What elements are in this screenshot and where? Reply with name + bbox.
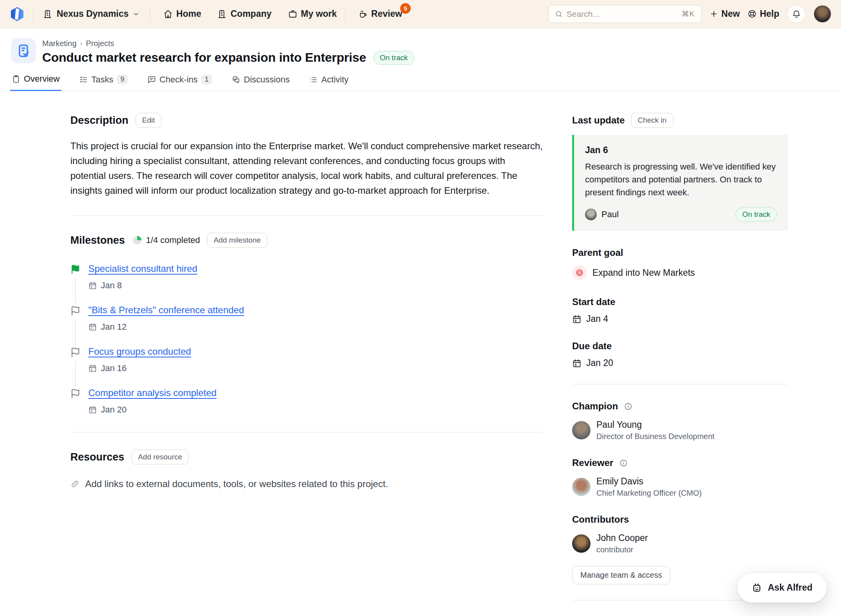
milestone-item: Specialist consultant hired Jan 8 [70,263,543,305]
main-nav: Home Company My work [163,9,337,19]
due-date-section: Due date Jan 20 [572,341,788,368]
tab-bar: Overview Tasks 9 Check-ins 1 Discussions… [0,73,841,91]
tab-count: 1 [201,75,212,84]
plus-icon [709,9,718,18]
last-update-card[interactable]: Jan 6 Research is progressing well. We'v… [572,135,788,231]
progress-pie-icon [132,235,142,245]
app-logo[interactable] [9,6,25,22]
milestone-item: "Bits & Pretzels" conference attended Ja… [70,305,543,346]
flag-pending-icon [70,306,81,316]
home-icon [163,9,173,19]
contributor-avatar [572,534,590,553]
project-document-check-icon [11,38,36,63]
nav-label: Review [371,9,402,19]
tab-tasks[interactable]: Tasks 9 [78,74,129,91]
user-avatar[interactable] [813,5,832,23]
info-icon[interactable] [619,459,628,467]
ask-alfred-button[interactable]: Ask Alfred [737,573,827,603]
update-author-name: Paul [601,209,619,220]
search-input[interactable] [567,9,678,19]
contributor-role: contributor [596,545,648,554]
update-text: Research is progressing well. We've iden… [585,160,777,199]
ask-alfred-label: Ask Alfred [768,582,812,593]
manage-team-button[interactable]: Manage team & access [572,566,670,584]
notifications-button[interactable] [787,5,805,23]
milestones-section: Milestones 1/4 completed Add milestone [70,233,543,415]
champion-person[interactable]: Paul Young Director of Business Developm… [572,420,788,441]
info-icon[interactable] [624,402,632,411]
reviewer-heading: Reviewer [572,457,613,468]
milestone-link[interactable]: Competitor analysis completed [88,387,217,398]
flag-pending-icon [70,347,81,357]
help-button[interactable]: Help [748,9,779,19]
champion-role: Director of Business Development [596,432,714,441]
milestone-link[interactable]: "Bits & Pretzels" conference attended [88,305,244,315]
tab-overview[interactable]: Overview [10,74,61,91]
nav-label: My work [301,9,337,19]
parent-goal-heading: Parent goal [572,247,788,258]
milestone-item: Focus groups conducted Jan 16 [70,346,543,387]
milestones-progress: 1/4 completed [132,235,200,245]
start-date-value-row[interactable]: Jan 4 [572,314,788,324]
last-update-heading: Last update [572,115,625,126]
tab-label: Discussions [244,75,290,85]
topbar-divider [150,7,150,21]
start-date-value: Jan 4 [586,314,608,324]
main-content: Description Edit This project is crucial… [70,113,543,600]
checklist-icon [79,75,88,84]
tab-check-ins[interactable]: Check-ins 1 [146,74,214,91]
add-resource-button[interactable]: Add resource [131,450,189,464]
milestones-heading: Milestones [70,234,125,246]
org-name: Nexus Dynamics [57,9,129,19]
milestone-link[interactable]: Specialist consultant hired [88,263,197,274]
breadcrumb: Marketing › Projects [42,38,415,48]
milestone-link[interactable]: Focus groups conducted [88,346,191,357]
nav-home[interactable]: Home [163,9,201,19]
nav-review[interactable]: Review 5 [358,9,402,19]
calendar-icon [88,364,97,373]
sidebar: Last update Check in Jan 6 Research is p… [572,113,788,600]
champion-avatar [572,421,590,439]
due-date-value-row[interactable]: Jan 20 [572,358,788,368]
nav-my-work[interactable]: My work [288,9,337,19]
help-label: Help [760,9,779,19]
tab-count: 9 [117,75,128,84]
target-icon [572,265,587,280]
calendar-icon [88,281,97,290]
activity-list-icon [309,75,318,84]
topbar-divider [33,7,33,21]
review-count-badge: 5 [400,3,411,14]
breadcrumb-marketing[interactable]: Marketing [42,39,77,48]
resources-heading: Resources [70,451,124,463]
contributor-person[interactable]: John Cooper contributor [572,533,788,554]
reviewer-section: Reviewer Emily Davis Chief Marketing Off… [572,457,788,498]
search-box[interactable]: ⌘K [548,5,701,23]
tab-activity[interactable]: Activity [308,74,350,91]
tab-discussions[interactable]: Discussions [230,74,291,91]
start-date-section: Start date Jan 4 [572,296,788,324]
add-milestone-button[interactable]: Add milestone [207,233,267,248]
breadcrumb-separator: › [80,39,82,48]
last-update-section: Last update Check in Jan 6 Research is p… [572,113,788,231]
page-header: Marketing › Projects Conduct market rese… [0,28,841,65]
new-button[interactable]: New [709,9,740,19]
parent-goal-link[interactable]: Expand into New Markets [572,265,788,280]
nav-company[interactable]: Company [218,9,272,19]
check-in-button[interactable]: Check in [631,113,673,128]
calendar-icon [572,359,582,368]
reviewer-person[interactable]: Emily Davis Chief Marketing Officer (CMO… [572,476,788,498]
edit-description-button[interactable]: Edit [136,113,162,128]
search-icon [555,10,563,18]
tab-label: Overview [24,74,60,84]
calendar-icon [88,323,97,331]
champion-heading: Champion [572,401,618,412]
progress-label: 1/4 completed [146,235,200,245]
description-section: Description Edit This project is crucial… [70,113,543,198]
milestone-item: Competitor analysis completed Jan 20 [70,387,543,415]
org-switcher[interactable]: Nexus Dynamics [41,9,142,19]
breadcrumb-projects[interactable]: Projects [86,39,114,48]
resources-empty-text: Add links to external documents, tools, … [85,479,388,489]
message-icon [147,75,156,84]
chevron-down-icon [132,11,140,18]
reviewer-role: Chief Marketing Officer (CMO) [596,489,702,498]
